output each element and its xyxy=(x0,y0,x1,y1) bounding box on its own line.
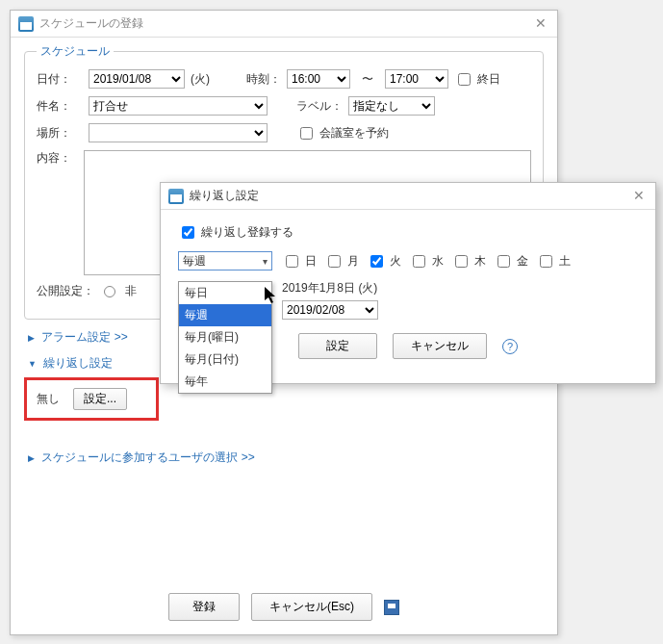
reserve-room-checkbox[interactable]: 会議室を予約 xyxy=(296,124,389,142)
time-tilde: 〜 xyxy=(362,71,373,88)
frequency-select[interactable]: 毎週 ▾ xyxy=(178,251,272,270)
content-label: 内容： xyxy=(37,150,78,167)
public-private-text: 非 xyxy=(125,283,137,299)
repeat-settings-dialog: 繰り返し設定 ✕ 繰り返し登録する 毎週 ▾ 日月火水木金土 毎日毎週毎月(曜日… xyxy=(160,182,656,384)
weekday-火-input[interactable] xyxy=(370,255,383,268)
weekday-火[interactable]: 火 xyxy=(367,252,401,270)
label-select[interactable]: 指定なし xyxy=(348,96,435,116)
dialog2-cancel-button[interactable]: キャンセル xyxy=(393,333,487,359)
dialog2-titlebar[interactable]: 繰り返し設定 ✕ xyxy=(161,183,655,210)
window-title: スケジュールの登録 xyxy=(39,15,143,32)
allday-input[interactable] xyxy=(458,73,471,86)
help-icon[interactable]: ? xyxy=(502,339,518,354)
time-from-select[interactable]: 16:00 xyxy=(287,69,350,89)
repeat-highlight-box: 無し 設定... xyxy=(24,377,159,421)
place-select[interactable] xyxy=(89,123,268,142)
close-icon[interactable]: ✕ xyxy=(532,15,549,33)
cancel-button[interactable]: キャンセル(Esc) xyxy=(251,593,372,621)
repeat-enable-checkbox[interactable]: 繰り返し登録する xyxy=(178,223,638,242)
weekday-金-input[interactable] xyxy=(497,255,510,268)
weekday-水[interactable]: 水 xyxy=(409,252,444,270)
freq-option-1[interactable]: 毎週 xyxy=(179,304,271,326)
time-to-select[interactable]: 17:00 xyxy=(385,69,448,89)
date-select[interactable]: 2019/01/08 xyxy=(89,69,185,89)
chevron-down-icon: ▾ xyxy=(263,256,268,267)
weekday-土-input[interactable] xyxy=(540,255,552,268)
frequency-dropdown[interactable]: 毎日毎週毎月(曜日)毎月(日付)毎年 xyxy=(178,281,272,394)
freq-option-0[interactable]: 毎日 xyxy=(179,282,271,304)
titlebar[interactable]: スケジュールの登録 ✕ xyxy=(11,11,557,38)
subject-select[interactable]: 打合せ xyxy=(89,96,268,116)
weekday-木[interactable]: 木 xyxy=(451,252,486,270)
time-label: 時刻： xyxy=(246,71,281,88)
weekday-水-input[interactable] xyxy=(413,255,425,268)
public-label: 公開設定： xyxy=(37,283,98,299)
subject-label: 件名： xyxy=(37,98,83,115)
freq-option-2[interactable]: 毎月(曜日) xyxy=(179,326,271,348)
date-weekday: (火) xyxy=(191,71,210,88)
repeat-set-button[interactable]: 設定... xyxy=(73,388,127,410)
weekday-日[interactable]: 日 xyxy=(282,252,317,270)
repeat-end-select[interactable]: 2019/02/08 xyxy=(282,300,378,320)
calendar-icon xyxy=(168,189,184,204)
schedule-register-window: スケジュールの登録 ✕ スケジュール 日付： 2019/01/08 (火) 時刻… xyxy=(10,10,558,635)
dialog2-set-button[interactable]: 設定 xyxy=(298,333,377,359)
calendar-icon xyxy=(18,16,34,32)
schedule-legend: スケジュール xyxy=(37,43,114,60)
repeat-enable-input[interactable] xyxy=(182,226,194,239)
save-icon[interactable] xyxy=(384,600,399,615)
repeat-start-text: 2019年1月8日 (火) xyxy=(282,280,377,296)
reserve-room-input[interactable] xyxy=(300,127,313,140)
register-button[interactable]: 登録 xyxy=(168,593,240,621)
participants-link[interactable]: スケジュールに参加するユーザの選択 >> xyxy=(28,450,544,466)
label-label: ラベル： xyxy=(296,98,343,115)
dialog2-close-icon[interactable]: ✕ xyxy=(630,188,648,205)
weekday-日-input[interactable] xyxy=(286,255,298,268)
weekday-土[interactable]: 土 xyxy=(536,252,571,270)
place-label: 場所： xyxy=(37,125,83,142)
date-label: 日付： xyxy=(37,71,83,88)
weekday-木-input[interactable] xyxy=(455,255,468,268)
freq-option-3[interactable]: 毎月(日付) xyxy=(179,348,271,371)
weekday-金[interactable]: 金 xyxy=(494,252,528,270)
repeat-none-text: 無し xyxy=(37,391,60,407)
footer: 登録 キャンセル(Esc) xyxy=(11,593,557,621)
public-radio[interactable] xyxy=(104,286,115,297)
allday-checkbox[interactable]: 終日 xyxy=(454,70,500,89)
weekday-月-input[interactable] xyxy=(328,255,341,268)
weekday-月[interactable]: 月 xyxy=(324,252,359,270)
dialog2-title: 繰り返し設定 xyxy=(190,188,259,204)
freq-option-4[interactable]: 毎年 xyxy=(179,371,271,393)
